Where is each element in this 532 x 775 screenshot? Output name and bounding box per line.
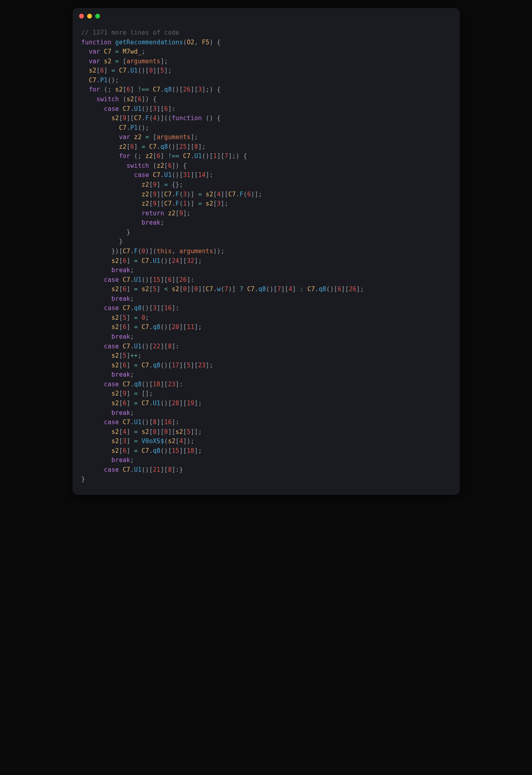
op: = xyxy=(134,428,138,435)
punct: ][ xyxy=(168,428,175,435)
punct: . xyxy=(130,419,134,426)
punct: (; xyxy=(134,152,145,160)
punct: ][ xyxy=(156,428,164,435)
num: 7 xyxy=(277,285,281,293)
punct: . xyxy=(315,285,319,293)
punct: [ xyxy=(119,438,123,445)
keyword-case: case xyxy=(104,343,119,350)
id: s2 xyxy=(127,96,134,103)
punct: ];) { xyxy=(202,86,221,93)
id: C7 xyxy=(134,115,142,122)
punct: )] xyxy=(187,191,198,198)
id: s2 xyxy=(142,428,149,435)
num: 6 xyxy=(123,362,126,369)
punct: [ xyxy=(119,428,123,435)
num: 20 xyxy=(172,323,179,331)
arguments: arguments xyxy=(179,248,213,255)
num: 15 xyxy=(153,276,161,283)
punct: ] xyxy=(127,323,134,331)
id: C7 xyxy=(142,400,149,407)
id: C7 xyxy=(149,143,157,150)
punct: ];) { xyxy=(228,152,247,160)
punct: . xyxy=(213,285,217,293)
punct: [ xyxy=(119,314,123,321)
punct: ]: xyxy=(172,304,179,312)
num: 9 xyxy=(153,200,156,207)
punct: {}; xyxy=(172,181,183,188)
keyword-case: case xyxy=(104,276,119,283)
punct: [ xyxy=(149,200,153,207)
punct: } xyxy=(119,238,123,245)
call-v0oxs: V0oXS$ xyxy=(142,438,164,445)
id-c7: C7 xyxy=(104,48,112,55)
punct: [ xyxy=(149,181,153,188)
punct: ()[ xyxy=(202,152,213,160)
num: 6 xyxy=(130,143,134,150)
op: = xyxy=(134,314,138,321)
punct: ][ xyxy=(341,285,349,293)
punct: ; xyxy=(130,267,134,274)
num: 28 xyxy=(172,400,179,407)
keyword-case: case xyxy=(104,304,119,312)
call: q8 xyxy=(164,86,172,93)
punct: ( xyxy=(243,191,247,198)
num: 7 xyxy=(225,285,228,293)
keyword-switch: switch xyxy=(96,96,119,103)
punct: ; xyxy=(130,371,134,378)
id: s2 xyxy=(111,314,119,321)
punct: ]: xyxy=(187,276,194,283)
num: 24 xyxy=(172,257,179,265)
id: C7 xyxy=(123,248,130,255)
punct: ]:} xyxy=(172,466,183,473)
num: 6 xyxy=(123,257,126,265)
punct: ] xyxy=(127,438,134,445)
op: = xyxy=(164,181,168,188)
punct: [ xyxy=(153,152,156,160)
call: U1 xyxy=(134,105,142,112)
punct: ()[ xyxy=(326,285,338,293)
punct: ]; xyxy=(206,362,213,369)
punct: ] xyxy=(130,86,138,93)
id: s2 xyxy=(206,200,213,207)
punct: ]; xyxy=(357,285,364,293)
num: 6 xyxy=(100,67,104,74)
num: 5 xyxy=(123,352,126,359)
punct: ) { xyxy=(209,39,221,46)
id: C7 xyxy=(164,200,172,207)
punct: ][ xyxy=(190,362,198,369)
code-editor[interactable]: // 1371 more lines of code function getR… xyxy=(73,24,460,495)
punct: , xyxy=(172,248,179,255)
this: this xyxy=(156,248,171,255)
num: 6 xyxy=(338,285,341,293)
punct: ()[ xyxy=(161,323,172,331)
punct: ()[ xyxy=(161,257,172,265)
traffic-light-minimize-icon[interactable] xyxy=(87,14,92,19)
id: z2 xyxy=(142,191,149,198)
punct: ] xyxy=(161,152,168,160)
id: s2 xyxy=(142,285,149,293)
id-m7wd: M7wd_ xyxy=(123,48,142,55)
punct: )] xyxy=(187,200,198,207)
punct: ] xyxy=(127,447,134,454)
punct: ][ xyxy=(190,171,198,179)
op: = xyxy=(134,285,138,293)
traffic-light-zoom-icon[interactable] xyxy=(95,14,100,19)
punct: . xyxy=(161,171,164,179)
keyword-break: break xyxy=(111,295,130,302)
call: P1 xyxy=(100,77,108,84)
punct: [ xyxy=(119,285,123,293)
punct: ()[ xyxy=(142,419,153,426)
punct: [ xyxy=(123,58,126,65)
punct: ( xyxy=(164,438,168,445)
id: s2 xyxy=(111,400,119,407)
punct: ( xyxy=(183,39,187,46)
punct: ]); xyxy=(183,438,194,445)
traffic-light-close-icon[interactable] xyxy=(79,14,84,19)
call: U1 xyxy=(164,171,172,179)
punct: ] xyxy=(127,352,130,359)
punct: ][ xyxy=(187,285,194,293)
punct: [ xyxy=(119,400,123,407)
id: z2 xyxy=(168,210,175,217)
punct: ]; xyxy=(194,257,202,265)
punct: . xyxy=(149,323,153,331)
